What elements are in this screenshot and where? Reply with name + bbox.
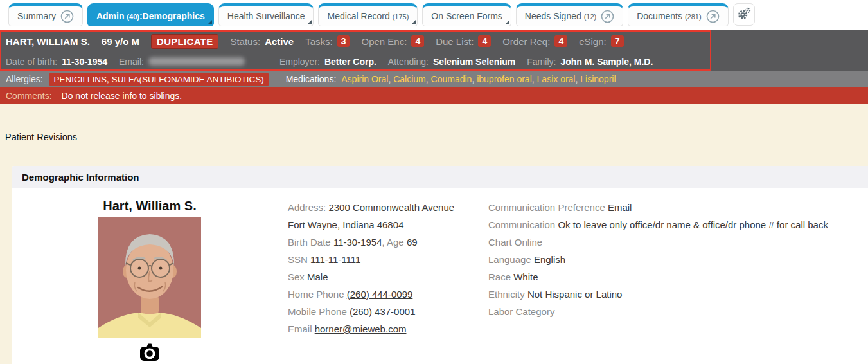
tab-health-label: Health Surveillance <box>227 11 305 21</box>
field-row: Chart Online <box>488 233 868 251</box>
tab-summary-label: Summary <box>17 11 56 21</box>
allergies-badge[interactable]: PENICILLINS, SULFA(SULFONAMIDE ANTIBIOTI… <box>49 73 269 86</box>
patient-photo-column: Hart, William S. <box>12 199 288 364</box>
patient-banner: HART, WILLIAM S. 69 y/o M DUPLICATE Stat… <box>0 30 868 71</box>
tab-medical-label: Medical Record (175) <box>327 11 409 21</box>
demographics-right-column: Communication Preference Email Communica… <box>488 199 868 364</box>
allergies-label: Allergies: <box>6 74 43 84</box>
camera-upload-button[interactable] <box>139 343 160 364</box>
mobile-phone-link[interactable]: (260) 437-0001 <box>350 306 416 317</box>
address-row: Address: 2300 Commonwealth Avenue <box>288 199 488 216</box>
medication-link[interactable]: Coumadin <box>426 74 472 84</box>
status-value: Active <box>265 36 294 47</box>
patient-name: HART, WILLIAM S. <box>6 36 90 47</box>
tab-dropdown-fold-icon[interactable] <box>307 20 312 24</box>
demographic-information-card: Demographic Information Hart, William S. <box>12 166 868 364</box>
popout-icon[interactable] <box>60 10 74 23</box>
sex-row: Sex Male <box>288 268 488 286</box>
open-enc-label: Open Enc: <box>361 36 407 47</box>
medications-label: Medications: <box>286 74 337 84</box>
demographics-body: Hart, William S. <box>12 188 868 364</box>
popout-icon[interactable] <box>706 10 720 23</box>
section-header: Demographic Information <box>12 166 868 188</box>
email-label: Email: <box>119 57 144 67</box>
comments-row: Comments: Do not release info to sibling… <box>0 87 868 104</box>
medication-link[interactable]: Calcium <box>388 74 425 84</box>
redacted-email-value <box>148 57 245 66</box>
home-phone-row: Home Phone (260) 444-0099 <box>288 286 488 303</box>
tab-bar: Summary Admin (40):Demographics Health S… <box>0 0 868 30</box>
tab-forms-label: On Screen Forms <box>431 11 502 21</box>
comments-label: Comments: <box>6 91 52 101</box>
medications-list: Aspirin OralCalciumCoumadinibuprofen ora… <box>341 74 616 84</box>
duplicate-badge[interactable]: DUPLICATE <box>151 34 218 49</box>
patient-banner-row1: HART, WILLIAM S. 69 y/o M DUPLICATE Stat… <box>0 30 868 52</box>
due-list-label: Due List: <box>436 36 474 47</box>
mobile-phone-row: Mobile Phone (260) 437-0001 <box>288 303 488 320</box>
patient-age-sex: 69 y/o M <box>102 36 139 47</box>
due-list-count-badge[interactable]: 4 <box>478 35 491 47</box>
patient-revisions-link[interactable]: Patient Revisions <box>5 132 77 142</box>
tab-documents[interactable]: Documents (281) <box>628 3 728 26</box>
status-label: Status: <box>230 36 260 47</box>
order-req-label: Order Req: <box>502 36 550 47</box>
tab-admin-label: Admin (40):Demographics <box>96 11 205 21</box>
email-link[interactable]: horner@mieweb.com <box>315 323 407 334</box>
medication-link[interactable]: Aspirin Oral <box>341 74 388 84</box>
field-row: Labor Category <box>488 303 868 320</box>
tasks-label: Tasks: <box>305 36 333 47</box>
patient-photo[interactable] <box>98 217 201 338</box>
dob-value: 11-30-1954 <box>62 57 107 67</box>
open-enc-count-badge[interactable]: 4 <box>411 35 424 47</box>
employer-value: Better Corp. <box>324 57 376 67</box>
tab-health-surveillance[interactable]: Health Surveillance <box>218 3 314 26</box>
tab-needs-label: Needs Signed (12) <box>525 11 596 21</box>
birth-date-row: Birth Date 11-30-1954, Age 69 <box>288 233 488 251</box>
email-row: Email horner@mieweb.com <box>288 320 488 338</box>
medication-link[interactable]: Lasix oral <box>532 74 576 84</box>
popout-icon[interactable] <box>601 10 614 23</box>
tab-summary[interactable]: Summary <box>8 3 83 26</box>
main-content: Patient Revisions Demographic Informatio… <box>0 104 868 364</box>
medication-link[interactable]: Lisinopril <box>575 74 616 84</box>
field-row: Communication Ok to leave only office/dr… <box>488 216 868 233</box>
attending-label: Attending: <box>388 57 429 67</box>
patient-banner-row2: Date of birth:11-30-1954 Email: Employer… <box>0 52 868 71</box>
tab-dropdown-fold-icon[interactable] <box>505 20 509 24</box>
tab-dropdown-fold-icon[interactable] <box>208 20 212 24</box>
demographics-middle-column: Address: 2300 Commonwealth Avenue Fort W… <box>288 199 488 364</box>
address-row-2: Fort Wayne, Indiana 46804 <box>288 216 488 233</box>
dob-label: Date of birth: <box>6 57 57 67</box>
family-value: John M. Sample, M.D. <box>560 57 653 67</box>
patient-display-name: Hart, William S. <box>103 199 196 214</box>
attending-value: Selenium Selenium <box>433 57 515 67</box>
allergies-row: Allergies: PENICILLINS, SULFA(SULFONAMID… <box>0 71 868 87</box>
ssn-row: SSN 111-11-1111 <box>288 251 488 268</box>
tab-admin-demographics[interactable]: Admin (40):Demographics <box>87 3 214 26</box>
section-title: Demographic Information <box>22 172 139 183</box>
field-row: Language English <box>488 251 868 268</box>
family-label: Family: <box>527 57 556 67</box>
tab-needs-signed[interactable]: Needs Signed (12) <box>516 3 623 26</box>
order-req-count-badge[interactable]: 4 <box>554 35 567 47</box>
employer-label: Employer: <box>279 57 320 67</box>
tab-on-screen-forms[interactable]: On Screen Forms <box>422 3 511 26</box>
home-phone-link[interactable]: (260) 444-0099 <box>347 289 413 300</box>
field-row: Communication Preference Email <box>488 199 868 216</box>
tab-medical-record[interactable]: Medical Record (175) <box>318 3 418 26</box>
field-row: Race White <box>488 268 868 286</box>
field-row: Ethnicity Not Hispanic or Latino <box>488 286 868 303</box>
comments-value: Do not release info to siblings. <box>62 91 182 101</box>
gear-icon <box>737 6 751 23</box>
medication-link[interactable]: ibuprofen oral <box>472 74 531 84</box>
tasks-count-badge[interactable]: 3 <box>337 35 350 47</box>
tab-dropdown-fold-icon[interactable] <box>411 20 416 24</box>
camera-icon <box>139 352 160 363</box>
settings-button[interactable] <box>733 3 755 26</box>
esign-label: eSign: <box>579 36 607 47</box>
tab-documents-label: Documents (281) <box>637 11 701 21</box>
esign-count-badge[interactable]: 7 <box>611 35 624 47</box>
